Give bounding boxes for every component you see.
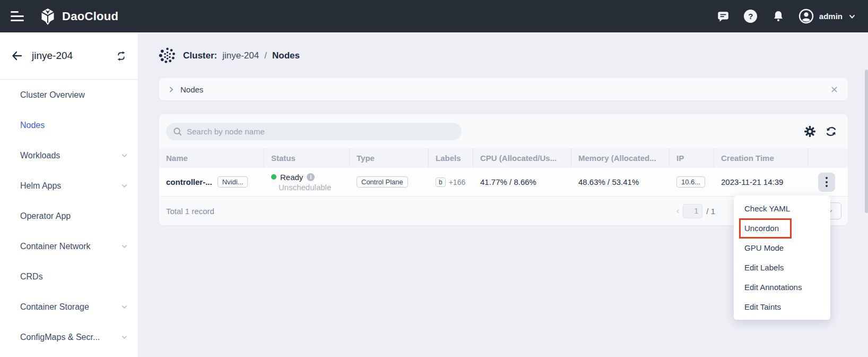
page-count-label: / 1 <box>706 207 715 216</box>
breadcrumb-prefix: Cluster: <box>183 50 217 61</box>
sidebar-item-operator-app[interactable]: Operator App <box>0 201 138 231</box>
column-header-name[interactable]: Name <box>159 148 264 168</box>
help-icon[interactable]: ? <box>743 9 758 24</box>
sidebar-item-nodes[interactable]: Nodes <box>0 110 138 140</box>
status-ready-dot <box>271 174 276 180</box>
row-actions-menu: Check YAML Uncordon GPU Mode Edit Labels… <box>734 196 830 320</box>
notification-bell-icon[interactable] <box>771 9 786 24</box>
column-header-status[interactable]: Status <box>264 148 350 168</box>
brand[interactable]: DaoCloud <box>38 7 118 26</box>
nodes-tab-bar[interactable]: Nodes <box>159 78 848 100</box>
cell-ip: 10.6... <box>670 168 714 196</box>
username-label: admin <box>819 12 843 21</box>
chevron-down-icon <box>120 242 128 250</box>
tab-label: Nodes <box>180 85 830 94</box>
brand-name: DaoCloud <box>62 10 118 23</box>
user-menu[interactable]: admin <box>798 8 856 24</box>
chevron-down-icon <box>120 182 128 190</box>
close-icon[interactable] <box>830 86 838 94</box>
back-arrow-icon[interactable] <box>11 49 23 62</box>
cluster-dots-icon <box>159 47 176 64</box>
cell-name: controller-... Nvidi... <box>159 168 264 196</box>
switch-cluster-icon[interactable] <box>115 50 127 62</box>
table-header-row: Name Status Type Labels CPU (Allocated/U… <box>159 148 848 168</box>
menu-item-gpu-mode[interactable]: GPU Mode <box>734 238 830 258</box>
chevron-right-icon[interactable] <box>167 85 176 94</box>
daocloud-logo <box>38 7 57 26</box>
ip-tag[interactable]: 10.6... <box>676 176 705 188</box>
breadcrumb-cluster[interactable]: jinye-204 <box>222 50 259 61</box>
search-icon <box>172 126 183 137</box>
column-header-type[interactable]: Type <box>350 148 429 168</box>
menu-item-uncordon[interactable]: Uncordon <box>734 218 830 238</box>
column-header-actions <box>808 148 848 168</box>
menu-toggle-icon[interactable] <box>11 11 24 21</box>
cell-actions <box>808 168 848 196</box>
sidebar-item-cluster-overview[interactable]: Cluster Overview <box>0 80 138 110</box>
type-tag: Control Plane <box>357 176 408 188</box>
table-toolbar <box>159 114 848 148</box>
cell-memory: 48.63% / 53.41% <box>571 168 670 196</box>
column-header-labels[interactable]: Labels <box>429 148 473 168</box>
search-box[interactable] <box>166 123 462 140</box>
column-header-memory[interactable]: Memory (Allocated... <box>571 148 670 168</box>
top-header: DaoCloud ? <box>0 0 868 32</box>
vertical-scrollbar[interactable] <box>864 32 868 357</box>
labels-tag[interactable]: b <box>436 177 446 187</box>
status-text: Ready <box>280 173 303 182</box>
refresh-icon[interactable] <box>824 125 837 138</box>
cell-status: Ready i Unschedulable <box>264 168 350 196</box>
node-name-link[interactable]: controller-... <box>166 177 212 186</box>
breadcrumb-current: Nodes <box>272 50 300 61</box>
sidebar-item-container-storage[interactable]: Container Storage <box>0 292 138 322</box>
message-icon[interactable] <box>716 9 731 24</box>
cell-type: Control Plane <box>350 168 429 196</box>
previous-page-icon[interactable]: ‹ <box>676 206 680 216</box>
table-row[interactable]: controller-... Nvidi... Ready i Unschedu… <box>159 168 848 197</box>
scrollbar-thumb[interactable] <box>865 70 868 213</box>
sidebar-item-workloads[interactable]: Workloads <box>0 140 138 171</box>
total-records-label: Total 1 record <box>166 207 214 216</box>
cell-cpu: 41.77% / 8.66% <box>473 168 571 196</box>
row-actions-kebab-button[interactable] <box>818 173 835 192</box>
menu-item-check-yaml[interactable]: Check YAML <box>734 199 830 218</box>
cell-labels: b +166 <box>429 168 473 196</box>
chevron-down-icon <box>120 333 128 341</box>
breadcrumb: Cluster: jinye-204 / Nodes <box>159 47 300 64</box>
node-name-tag: Nvidi... <box>218 176 248 188</box>
menu-item-edit-annotations[interactable]: Edit Annotations <box>734 277 830 297</box>
column-header-ip[interactable]: IP <box>670 148 714 168</box>
sidebar-item-container-network[interactable]: Container Network <box>0 231 138 261</box>
menu-item-edit-labels[interactable]: Edit Labels <box>734 258 830 277</box>
chevron-down-icon <box>120 303 128 311</box>
sidebar-item-helm-apps[interactable]: Helm Apps <box>0 171 138 201</box>
status-unschedulable-text: Unschedulable <box>279 183 331 192</box>
sidebar-cluster-name: jinye-204 <box>32 50 107 62</box>
menu-item-edit-taints[interactable]: Edit Taints <box>734 297 830 317</box>
column-header-cpu[interactable]: CPU (Allocated/Us... <box>473 148 571 168</box>
breadcrumb-separator: / <box>264 50 267 61</box>
info-icon[interactable]: i <box>307 173 315 181</box>
sidebar: jinye-204 Cluster Overview Nodes Workloa… <box>0 32 138 357</box>
settings-gear-icon[interactable] <box>803 125 816 138</box>
pagination: ‹ / 1 <box>676 197 715 225</box>
chevron-down-icon <box>120 151 128 159</box>
cell-creation-time: 2023-11-21 14:39 <box>714 168 808 196</box>
search-input[interactable] <box>187 127 455 136</box>
chevron-down-icon <box>848 12 856 21</box>
sidebar-item-configmaps-secrets[interactable]: ConfigMaps & Secr... <box>0 322 138 352</box>
column-header-creation-time[interactable]: Creation Time <box>714 148 808 168</box>
avatar <box>798 8 814 24</box>
sidebar-item-crds[interactable]: CRDs <box>0 261 138 292</box>
labels-more-count[interactable]: +166 <box>449 178 466 186</box>
page-number-input[interactable] <box>683 204 702 218</box>
